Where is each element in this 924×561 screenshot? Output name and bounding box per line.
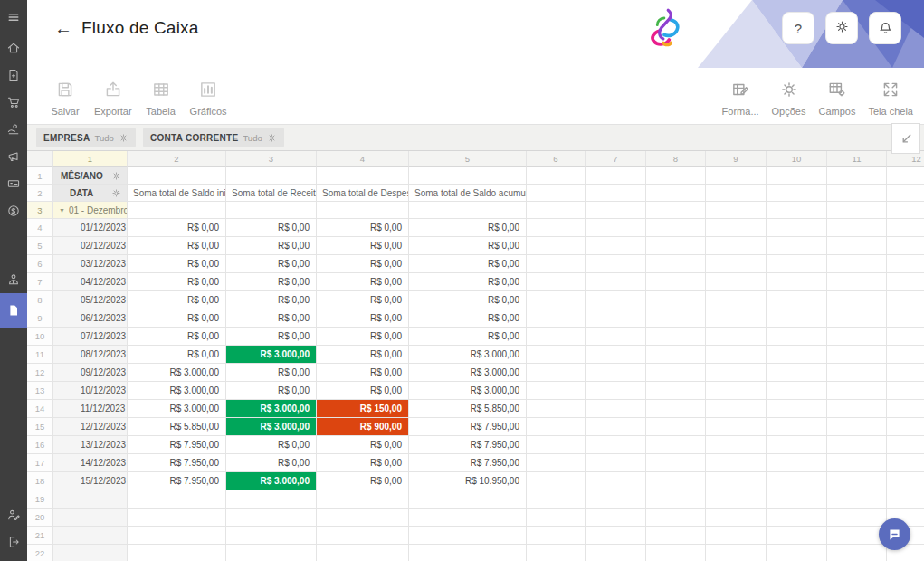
- empty-cell[interactable]: [586, 309, 646, 328]
- value-cell[interactable]: R$ 0,00: [128, 291, 226, 309]
- value-cell[interactable]: R$ 0,00: [128, 219, 226, 237]
- empty-cell[interactable]: [767, 436, 827, 454]
- column-header-11[interactable]: 11: [827, 151, 887, 167]
- empty-cell[interactable]: [527, 454, 586, 472]
- date-cell[interactable]: 02/12/2023: [53, 237, 128, 255]
- empty-cell[interactable]: [317, 509, 409, 527]
- empty-cell[interactable]: [226, 509, 317, 527]
- value-cell[interactable]: R$ 7.950,00: [409, 436, 527, 454]
- sidebar-item-cheque[interactable]: [0, 170, 27, 197]
- empty-cell[interactable]: [827, 291, 887, 309]
- row-number[interactable]: 21: [27, 527, 53, 545]
- empty-cell[interactable]: [887, 291, 924, 309]
- measure-header-cell[interactable]: Soma total de Saldo inicial: [128, 185, 226, 202]
- value-cell[interactable]: R$ 0,00: [317, 436, 409, 454]
- empty-cell[interactable]: [646, 509, 706, 527]
- column-header-3[interactable]: 3: [226, 151, 317, 167]
- empty-cell[interactable]: [409, 527, 527, 545]
- empty-cell[interactable]: [767, 255, 827, 273]
- empty-cell[interactable]: [409, 167, 527, 185]
- date-cell[interactable]: 06/12/2023: [53, 309, 128, 328]
- value-cell[interactable]: R$ 0,00: [317, 382, 409, 400]
- empty-cell[interactable]: [646, 454, 706, 472]
- empty-cell[interactable]: [767, 454, 827, 472]
- value-cell[interactable]: R$ 0,00: [128, 309, 226, 328]
- value-cell[interactable]: R$ 0,00: [226, 219, 317, 237]
- empty-cell[interactable]: [586, 509, 646, 527]
- empty-date-cell[interactable]: [53, 527, 128, 545]
- empty-cell[interactable]: [646, 400, 706, 418]
- empty-cell[interactable]: [646, 273, 706, 291]
- empty-cell[interactable]: [527, 309, 586, 328]
- column-header-8[interactable]: 8: [646, 151, 706, 167]
- collapse-panel-button[interactable]: [891, 123, 920, 154]
- group-cell[interactable]: ▼01 - Dezembro/23: [53, 202, 128, 219]
- empty-cell[interactable]: [527, 418, 586, 436]
- gear-icon[interactable]: [111, 171, 121, 181]
- value-cell[interactable]: R$ 0,00: [128, 346, 226, 364]
- value-cell[interactable]: R$ 0,00: [317, 364, 409, 382]
- date-cell[interactable]: 13/12/2023: [53, 436, 128, 454]
- empty-cell[interactable]: [527, 509, 586, 527]
- empty-cell[interactable]: [527, 185, 586, 202]
- empty-cell[interactable]: [767, 490, 827, 509]
- empty-cell[interactable]: [767, 472, 827, 490]
- empty-cell[interactable]: [887, 202, 924, 219]
- empty-cell[interactable]: [887, 400, 924, 418]
- back-arrow-icon[interactable]: ←: [54, 19, 72, 37]
- value-cell[interactable]: R$ 0,00: [226, 436, 317, 454]
- empty-cell[interactable]: [827, 418, 887, 436]
- empty-cell[interactable]: [827, 328, 887, 346]
- empty-cell[interactable]: [527, 219, 586, 237]
- empty-cell[interactable]: [767, 400, 827, 418]
- date-cell[interactable]: 14/12/2023: [53, 454, 128, 472]
- empty-cell[interactable]: [887, 454, 924, 472]
- value-cell[interactable]: R$ 3.000,00: [226, 346, 317, 364]
- empty-cell[interactable]: [527, 490, 586, 509]
- empty-cell[interactable]: [827, 364, 887, 382]
- empty-cell[interactable]: [706, 219, 767, 237]
- value-cell[interactable]: R$ 0,00: [317, 328, 409, 346]
- empty-cell[interactable]: [527, 291, 586, 309]
- value-cell[interactable]: R$ 0,00: [128, 328, 226, 346]
- empty-cell[interactable]: [646, 346, 706, 364]
- row-number[interactable]: 22: [27, 545, 53, 561]
- empty-cell[interactable]: [706, 436, 767, 454]
- empty-cell[interactable]: [317, 527, 409, 545]
- empty-cell[interactable]: [646, 291, 706, 309]
- export-button[interactable]: Exportar: [90, 78, 136, 119]
- value-cell[interactable]: R$ 0,00: [317, 273, 409, 291]
- column-header-6[interactable]: 6: [527, 151, 586, 167]
- empty-cell[interactable]: [586, 472, 646, 490]
- date-cell[interactable]: 15/12/2023: [53, 472, 128, 490]
- value-cell[interactable]: R$ 0,00: [128, 237, 226, 255]
- empty-date-cell[interactable]: [53, 545, 128, 561]
- field-label-cell[interactable]: MÊS/ANO: [53, 167, 128, 185]
- empty-cell[interactable]: [887, 273, 924, 291]
- empty-cell[interactable]: [887, 346, 924, 364]
- save-button[interactable]: Salvar: [45, 78, 85, 119]
- empty-cell[interactable]: [128, 545, 226, 561]
- value-cell[interactable]: R$ 0,00: [226, 291, 317, 309]
- date-cell[interactable]: 01/12/2023: [53, 219, 128, 237]
- empty-cell[interactable]: [646, 237, 706, 255]
- empty-date-cell[interactable]: [53, 490, 128, 509]
- empty-cell[interactable]: [409, 509, 527, 527]
- empty-cell[interactable]: [887, 328, 924, 346]
- measure-header-cell[interactable]: Soma total de Despesas: [317, 185, 409, 202]
- empty-cell[interactable]: [527, 255, 586, 273]
- empty-cell[interactable]: [767, 202, 827, 219]
- empty-cell[interactable]: [827, 472, 887, 490]
- filter-pill-empresa[interactable]: EMPRESATudo: [36, 128, 136, 147]
- empty-cell[interactable]: [887, 436, 924, 454]
- empty-cell[interactable]: [827, 273, 887, 291]
- value-cell[interactable]: R$ 3.000,00: [226, 418, 317, 436]
- empty-cell[interactable]: [887, 309, 924, 328]
- empty-cell[interactable]: [527, 202, 586, 219]
- empty-cell[interactable]: [827, 346, 887, 364]
- value-cell[interactable]: R$ 3.000,00: [128, 382, 226, 400]
- empty-cell[interactable]: [128, 167, 226, 185]
- empty-cell[interactable]: [767, 346, 827, 364]
- empty-cell[interactable]: [706, 255, 767, 273]
- value-cell[interactable]: R$ 0,00: [128, 273, 226, 291]
